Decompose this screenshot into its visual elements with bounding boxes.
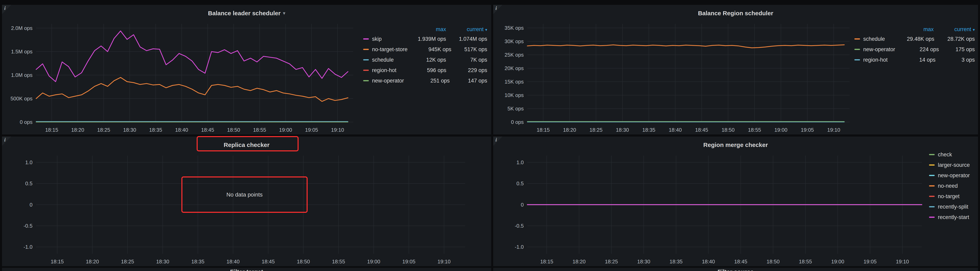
- legend-item-new-operator[interactable]: new-operator224 ops175 ops: [854, 44, 975, 54]
- series-color-swatch: [929, 196, 935, 197]
- legend-series-label[interactable]: schedule: [854, 36, 885, 42]
- panel-title[interactable]: Balance Region scheduler: [493, 10, 978, 17]
- panel-filter-source: Filter source: [493, 268, 978, 271]
- svg-text:18:50: 18:50: [227, 127, 240, 133]
- panel-title[interactable]: Filter source: [493, 268, 978, 271]
- svg-text:19:05: 19:05: [864, 258, 877, 265]
- legend-item-check[interactable]: check: [929, 149, 977, 160]
- legend-max-value: 12K ops: [396, 57, 446, 63]
- info-icon-glyph: i: [4, 5, 6, 11]
- panel-region-merge-checker: i Region merge checker -1.0-0.500.51.018…: [493, 137, 978, 266]
- series-color-swatch: [363, 70, 369, 71]
- series-color-swatch: [929, 217, 935, 218]
- svg-text:18:30: 18:30: [123, 127, 136, 133]
- panel-title[interactable]: Filter target: [2, 268, 491, 271]
- legend-series-label[interactable]: schedule: [363, 57, 396, 63]
- legend-max-value: 1.939M ops: [396, 36, 446, 42]
- svg-text:18:50: 18:50: [722, 127, 735, 133]
- svg-text:0.5: 0.5: [517, 180, 524, 187]
- legend-item-recently-start[interactable]: recently-start: [929, 212, 977, 222]
- panel-replica-checker: i Replica checker -1.0-0.500.51.018:1518…: [2, 137, 491, 266]
- svg-text:18:50: 18:50: [767, 258, 780, 265]
- panel-title[interactable]: Balance leader scheduler▾: [2, 10, 491, 17]
- legend-current-value: 517K ops: [451, 46, 487, 53]
- legend-item-no-need[interactable]: no-need: [929, 181, 977, 191]
- legend-sort-max[interactable]: max: [883, 26, 934, 32]
- panel-balance-leader-scheduler: i Balance leader scheduler▾ 0 ops500K op…: [2, 5, 491, 134]
- svg-text:19:05: 19:05: [801, 127, 814, 133]
- svg-text:18:40: 18:40: [669, 127, 682, 133]
- svg-text:18:15: 18:15: [45, 127, 58, 133]
- svg-text:-0.5: -0.5: [24, 223, 32, 229]
- svg-text:18:20: 18:20: [86, 258, 99, 265]
- legend-max-value: 14 ops: [888, 57, 935, 63]
- legend-max-value: 224 ops: [895, 46, 939, 53]
- svg-text:0 ops: 0 ops: [20, 119, 32, 125]
- svg-text:19:00: 19:00: [774, 127, 788, 133]
- panel-title[interactable]: Region merge checker: [493, 141, 978, 148]
- info-icon-glyph: i: [495, 137, 497, 143]
- legend-sort-current[interactable]: current▾: [934, 26, 975, 32]
- legend-item-no-target[interactable]: no-target: [929, 191, 977, 202]
- svg-text:20K ops: 20K ops: [505, 65, 524, 71]
- region-merge-chart[interactable]: -1.0-0.500.51.018:1518:2018:2518:3018:35…: [493, 137, 978, 266]
- legend-item-schedule[interactable]: schedule12K ops7K ops: [363, 54, 487, 65]
- panel-title-text: Balance Region scheduler: [698, 10, 773, 16]
- legend-item-skip[interactable]: skip1.939M ops1.074M ops: [363, 34, 487, 44]
- info-icon-glyph: i: [4, 137, 6, 143]
- svg-text:18:20: 18:20: [573, 258, 585, 265]
- svg-text:5K ops: 5K ops: [508, 105, 524, 112]
- legend-current-value: 28.72K ops: [934, 36, 975, 42]
- svg-text:30K ops: 30K ops: [505, 38, 524, 45]
- legend-item-region-hot[interactable]: region-hot596 ops229 ops: [363, 65, 487, 75]
- legend-series-label[interactable]: new-operator: [363, 78, 404, 84]
- series-color-swatch: [929, 206, 935, 207]
- svg-text:1.0M ops: 1.0M ops: [11, 72, 32, 78]
- legend-series-label[interactable]: new-operator: [854, 46, 895, 53]
- legend-max-value: 29.48K ops: [885, 36, 934, 42]
- legend-current-value: 7K ops: [446, 57, 487, 63]
- svg-text:25K ops: 25K ops: [505, 52, 524, 58]
- annotation-highlight-no-data: No data points: [181, 177, 308, 213]
- panel-filter-target: Filter target: [2, 268, 491, 271]
- legend: maxcurrent▾schedule29.48K ops28.72K opsn…: [854, 25, 975, 65]
- annotation-highlight-title: [197, 136, 299, 151]
- svg-text:18:15: 18:15: [51, 258, 64, 265]
- series-color-swatch: [929, 175, 935, 176]
- legend-series-label[interactable]: skip: [363, 36, 396, 42]
- legend-item-new-operator[interactable]: new-operator: [929, 170, 977, 181]
- legend-sort-max[interactable]: max: [396, 26, 446, 32]
- legend-sort-current[interactable]: current▾: [446, 26, 487, 32]
- panel-balance-region-scheduler: i Balance Region scheduler 0 ops5K ops10…: [493, 5, 978, 134]
- legend: maxcurrent▾skip1.939M ops1.074M opsno-ta…: [363, 25, 487, 86]
- svg-text:18:30: 18:30: [637, 258, 650, 265]
- svg-text:19:05: 19:05: [402, 258, 415, 265]
- svg-text:18:40: 18:40: [226, 258, 240, 265]
- legend-item-schedule[interactable]: schedule29.48K ops28.72K ops: [854, 34, 975, 44]
- svg-text:-1.0: -1.0: [515, 244, 524, 250]
- legend-current-value: 3 ops: [935, 57, 975, 63]
- legend-item-recently-split[interactable]: recently-split: [929, 202, 977, 212]
- series-color-swatch: [929, 154, 935, 155]
- legend-item-larger-source[interactable]: larger-source: [929, 160, 977, 170]
- panel-title-text: Filter target: [230, 268, 263, 271]
- svg-text:18:15: 18:15: [540, 258, 553, 265]
- balance-region-chart[interactable]: 0 ops5K ops10K ops15K ops20K ops25K ops3…: [493, 5, 978, 134]
- legend-series-label[interactable]: no-target-store: [363, 46, 407, 53]
- legend-current-value: 147 ops: [450, 78, 487, 84]
- legend-item-region-hot[interactable]: region-hot14 ops3 ops: [854, 54, 975, 65]
- series-color-swatch: [363, 38, 369, 40]
- legend-series-label[interactable]: region-hot: [363, 67, 396, 73]
- svg-text:18:55: 18:55: [748, 127, 761, 133]
- svg-text:18:25: 18:25: [121, 258, 134, 265]
- svg-text:1.0: 1.0: [25, 159, 32, 166]
- svg-text:18:50: 18:50: [297, 258, 310, 265]
- legend-current-value: 229 ops: [446, 67, 487, 73]
- legend-item-no-target-store[interactable]: no-target-store945K ops517K ops: [363, 44, 487, 54]
- svg-text:18:55: 18:55: [332, 258, 345, 265]
- svg-text:18:55: 18:55: [799, 258, 812, 265]
- legend-series-label[interactable]: region-hot: [854, 57, 888, 63]
- svg-text:500K ops: 500K ops: [10, 96, 32, 102]
- sort-caret-icon: ▾: [485, 27, 487, 32]
- legend-item-new-operator[interactable]: new-operator251 ops147 ops: [363, 75, 487, 86]
